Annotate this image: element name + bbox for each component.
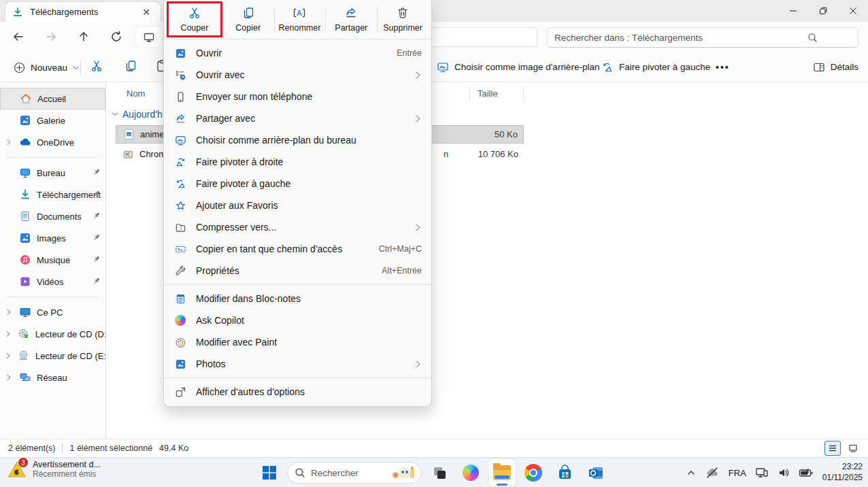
group-header-today[interactable]: Aujourd'h [112,109,163,120]
sidebar-item-videos[interactable]: Vidéos [0,271,105,292]
menu-item-ouvrir[interactable]: Ouvrir Entrée [164,42,431,64]
chrome-button[interactable] [520,459,547,486]
icons-view-button[interactable] [845,441,861,456]
sidebar: Accueil Galerie OneDrive [0,82,106,439]
menu-item-label: Modifier avec Paint [196,337,277,348]
menu-item-autres-options[interactable]: Afficher d'autres d'options [164,381,431,403]
trash-icon [396,6,410,20]
tab-close-icon[interactable]: ✕ [139,5,154,20]
menu-item-favoris[interactable]: Ajouter aux Favoris [164,195,431,216]
store-button[interactable] [551,459,578,486]
notification-toast[interactable]: 3 Avertissement d... Récemment émis [7,460,101,479]
menu-item-arriere-plan-bureau[interactable]: Choisir comme arrière-plan du bureau [164,129,431,151]
chevron-right-icon[interactable] [4,352,12,359]
chevron-right-icon[interactable] [4,309,14,316]
onedrive-paused-icon[interactable] [705,467,720,479]
column-header-name[interactable]: Nom [127,88,145,99]
copy-icon[interactable] [124,59,137,73]
menu-item-bloc-notes[interactable]: Modifier dans Bloc-notes [164,288,431,309]
more-actions-button[interactable]: ••• [716,52,730,82]
copy-button[interactable]: Copier [222,1,274,37]
videos-icon [19,275,31,288]
column-header-size[interactable]: Taille [478,88,498,99]
cast-display-icon[interactable] [755,467,769,479]
volume-icon[interactable] [778,467,790,479]
copilot-button[interactable] [457,459,484,486]
start-button[interactable] [256,459,283,486]
clock[interactable]: 23:22 01/11/2025 [822,462,863,483]
details-view-button[interactable] [824,441,841,456]
details-pane-button[interactable]: Détails [813,52,858,82]
close-button[interactable] [838,0,868,22]
language-indicator[interactable]: FRA [729,468,746,478]
chevron-down-icon [73,65,79,71]
sidebar-item-musique[interactable]: Musique [0,249,105,271]
cut-button[interactable]: Couper [167,1,222,37]
cut-icon[interactable] [90,59,103,73]
installer-file-icon [122,148,134,160]
task-view-button[interactable] [426,459,453,486]
navigation-bar: Rechercher dans : Téléchargements [0,22,868,52]
menu-item-ask-copilot[interactable]: Ask Copilot [164,309,431,331]
chevron-right-icon[interactable] [4,139,14,146]
tray-chevron-up-icon[interactable] [686,468,696,477]
refresh-icon[interactable] [109,29,124,44]
wallpaper-action[interactable]: Choisir comme image d'arrière-plan [437,52,599,82]
rename-label: Renommer [279,23,321,33]
sidebar-item-documents[interactable]: Documents [0,205,105,227]
menu-item-partager-avec[interactable]: Partager avec [164,107,431,129]
chevron-right-icon[interactable] [4,331,12,337]
sidebar-item-ce-pc[interactable]: Ce PC [0,301,105,323]
search-box[interactable]: Rechercher dans : Téléchargements [547,27,858,48]
outlook-button[interactable] [582,459,610,486]
address-location-icon[interactable] [136,27,162,48]
maximize-button[interactable] [808,0,838,22]
wallpaper-label: Choisir comme image d'arrière-plan [454,62,599,72]
pin-icon [92,189,101,199]
image-file-icon [123,129,135,140]
sidebar-item-onedrive[interactable]: OneDrive [0,131,105,153]
sidebar-item-galerie[interactable]: Galerie [0,110,105,131]
menu-item-paint[interactable]: Modifier avec Paint [164,331,431,353]
file-explorer-button[interactable] [488,459,516,486]
menu-item-envoyer-telephone[interactable]: Envoyer sur mon téléphone [164,86,431,107]
home-icon [20,93,32,105]
column-divider[interactable] [523,86,524,101]
open-with-icon [173,69,187,81]
rename-button[interactable]: A Renommer [274,1,326,37]
menu-item-ouvrir-avec[interactable]: Ouvrir avec [164,64,431,86]
menu-item-pivoter-gauche[interactable]: Faire pivoter à gauche [164,173,431,195]
back-icon[interactable] [11,29,26,44]
paint-palette-icon [173,337,187,348]
forward-icon[interactable] [44,29,59,44]
battery-icon[interactable] [799,467,814,478]
menu-item-photos[interactable]: Photos [164,353,431,375]
taskbar-search[interactable]: Rechercher [287,462,422,484]
sidebar-item-telechargement[interactable]: Téléchargement [0,184,105,205]
rotate-left-action[interactable]: Faire pivoter à gauche [601,52,710,82]
explorer-tab[interactable]: Téléchargements ✕ [5,2,161,22]
column-divider[interactable] [469,86,470,101]
menu-item-copier-chemin[interactable]: Copier en tant que chemin d'accès Ctrl+M… [164,238,431,260]
delete-button[interactable]: Supprimer [377,1,429,37]
sidebar-item-bureau[interactable]: Bureau [0,162,105,184]
new-button[interactable]: Nouveau [7,57,86,78]
menu-item-compresser[interactable]: Compresser vers... [164,216,431,238]
desktop-icon [19,167,31,179]
share-button[interactable]: Partager [325,1,377,37]
sidebar-item-images[interactable]: Images [0,227,105,249]
sidebar-item-cd-e[interactable]: Lecteur de CD (E:) 2 [0,345,105,367]
system-tray: FRA 23:22 01/11/2025 [686,458,863,487]
sidebar-item-accueil[interactable]: Accueil [0,88,105,110]
sidebar-label: OneDrive [37,137,105,148]
sidebar-item-reseau[interactable]: Réseau [0,367,105,388]
minimize-button[interactable] [778,0,808,22]
chevron-right-icon[interactable] [4,374,14,381]
menu-item-proprietes[interactable]: Propriétés Alt+Entrée [164,260,431,282]
menu-item-label: Propriétés [196,265,239,276]
view-toggles [824,441,861,456]
up-icon[interactable] [76,29,91,44]
menu-item-pivoter-droite[interactable]: Faire pivoter à droite [164,151,431,173]
sidebar-item-cd-d[interactable]: Lecteur de CD (D:) C [0,323,105,345]
downloads-icon [12,7,23,18]
